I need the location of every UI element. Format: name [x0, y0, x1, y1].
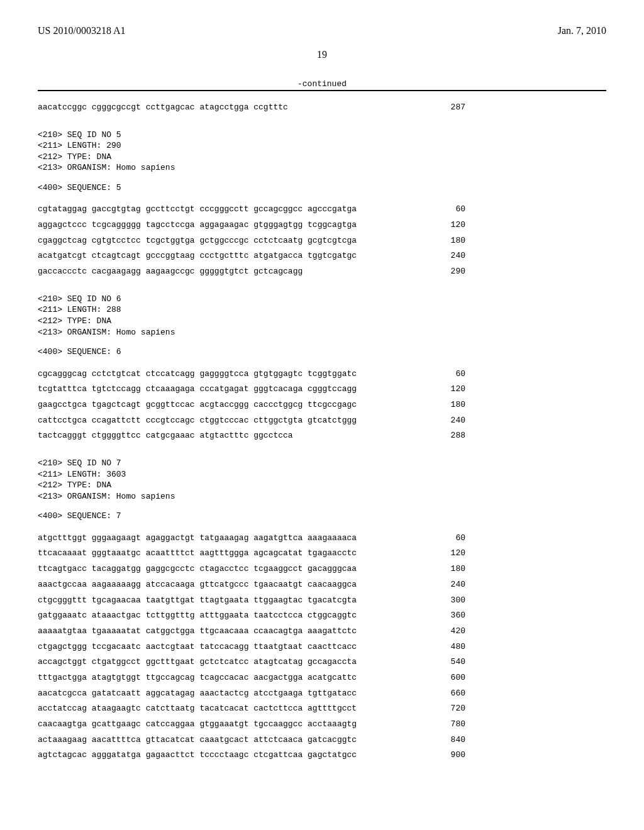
sequence-line: cgaggctcag cgtgtcctcc tcgctggtga gctggcc…: [38, 233, 465, 249]
sequence-line: ttcacaaaat gggtaaatgc acaattttct aagtttg…: [38, 546, 465, 562]
sequence-line: ctgcgggttt tgcagaacaa taatgttgat ttagtga…: [38, 593, 465, 609]
sequence-header-line: <210> SEQ ID NO 5: [38, 130, 606, 141]
sequence-header-line: <210> SEQ ID NO 7: [38, 458, 606, 469]
sequence-line: accagctggt ctgatggcct ggctttgaat gctctca…: [38, 655, 465, 670]
sequence-header-block: <400> SEQUENCE: 7: [38, 511, 606, 522]
sequence-block: aacatccggc cgggcgccgt ccttgagcac atagcct…: [38, 100, 606, 116]
sequence-line: cgtataggag gaccgtgtag gccttcctgt cccgggc…: [38, 202, 465, 218]
sequence-header-line: <210> SEQ ID NO 6: [38, 294, 606, 305]
sequence-position: 420: [432, 624, 465, 639]
sequence-line: ttcagtgacc tacaggatgg gaggcgcctc ctagacc…: [38, 562, 465, 577]
sequence-line: cattcctgca ccagattctt cccgtccagc ctggtcc…: [38, 413, 465, 429]
sequence-text: cattcctgca ccagattctt cccgtccagc ctggtcc…: [38, 413, 357, 429]
sequence-line: aacatcgcca gatatcaatt aggcatagag aaactac…: [38, 686, 465, 702]
sequence-text: tttgactgga atagtgtggt ttgccagcag tcagcca…: [38, 670, 357, 686]
sequence-position: 60: [436, 367, 465, 382]
sequence-position: 780: [432, 717, 465, 733]
sequence-position: 180: [432, 397, 465, 413]
sequence-header-line: <400> SEQUENCE: 5: [38, 182, 606, 194]
sequence-line: acatgatcgt ctcagtcagt gcccggtaag ccctgct…: [38, 248, 465, 264]
sequence-line: aaactgccaa aagaaaaagg atccacaaga gttcatg…: [38, 577, 465, 593]
sequence-line: ctgagctggg tccgacaatc aactcgtaat tatccac…: [38, 639, 465, 655]
sequence-position: 300: [432, 593, 465, 609]
sequence-position: 180: [432, 233, 465, 249]
sequence-position: 540: [432, 655, 465, 670]
sequence-line: gaccaccctc cacgaagagg aagaagccgc gggggtg…: [38, 264, 465, 280]
sequence-text: atgctttggt gggaagaagt agaggactgt tatgaaa…: [38, 531, 357, 546]
sequence-text: cgaggctcag cgtgtcctcc tcgctggtga gctggcc…: [38, 233, 357, 249]
sequence-header-line: <213> ORGANISM: Homo sapiens: [38, 491, 606, 502]
sequence-line: atgctttggt gggaagaagt agaggactgt tatgaaa…: [38, 531, 465, 546]
publication-number: US 2010/0003218 A1: [38, 25, 126, 36]
sequence-text: ttcacaaaat gggtaaatgc acaattttct aagtttg…: [38, 546, 357, 562]
sequence-text: tcgtatttca tgtctccagg ctcaaagaga cccatga…: [38, 382, 357, 397]
sequence-header-line: <212> TYPE: DNA: [38, 152, 606, 163]
sequence-line: aacatccggc cgggcgccgt ccttgagcac atagcct…: [38, 100, 465, 116]
sequence-line: tcgtatttca tgtctccagg ctcaaagaga cccatga…: [38, 382, 465, 397]
publication-date: Jan. 7, 2010: [558, 25, 606, 36]
sequence-text: acctatccag ataagaagtc catcttaatg tacatca…: [38, 701, 357, 717]
sequence-position: 287: [432, 100, 465, 116]
sequence-position: 840: [432, 733, 465, 748]
sequence-position: 720: [432, 701, 465, 717]
sequence-position: 240: [432, 413, 465, 429]
sequence-line: agtctagcac agggatatga gagaacttct tccccta…: [38, 748, 465, 763]
sequence-line: acctatccag ataagaagtc catcttaatg tacatca…: [38, 701, 465, 717]
sequence-text: aacatccggc cgggcgccgt ccttgagcac atagcct…: [38, 100, 288, 116]
sequence-header-line: <213> ORGANISM: Homo sapiens: [38, 327, 606, 338]
sequence-header-block: <400> SEQUENCE: 6: [38, 346, 606, 358]
sequence-line: tttgactgga atagtgtggt ttgccagcag tcagcca…: [38, 670, 465, 686]
sequence-header-block: <210> SEQ ID NO 7<211> LENGTH: 3603<212>…: [38, 458, 606, 502]
sequence-block: cgtataggag gaccgtgtag gccttcctgt cccgggc…: [38, 202, 606, 279]
sequence-block: atgctttggt gggaagaagt agaggactgt tatgaaa…: [38, 531, 606, 763]
continued-label: -continued: [38, 79, 606, 89]
sequence-position: 600: [432, 670, 465, 686]
sequence-header-line: <211> LENGTH: 288: [38, 304, 606, 316]
sequence-position: 288: [432, 428, 465, 444]
sequence-header-line: <212> TYPE: DNA: [38, 316, 606, 327]
sequence-line: caacaagtga gcattgaagc catccaggaa gtggaaa…: [38, 717, 465, 733]
sequence-text: ctgcgggttt tgcagaacaa taatgttgat ttagtga…: [38, 593, 357, 609]
sequence-position: 660: [432, 686, 465, 702]
sequence-text: agtctagcac agggatatga gagaacttct tccccta…: [38, 748, 357, 763]
sequence-header-line: <213> ORGANISM: Homo sapiens: [38, 162, 606, 174]
sequence-position: 120: [432, 546, 465, 562]
sequence-block: cgcagggcag cctctgtcat ctccatcagg gaggggt…: [38, 367, 606, 444]
sequence-text: caacaagtga gcattgaagc catccaggaa gtggaaa…: [38, 717, 357, 733]
sequence-text: aacatcgcca gatatcaatt aggcatagag aaactac…: [38, 686, 357, 702]
sequence-header-block: <210> SEQ ID NO 5<211> LENGTH: 290<212> …: [38, 130, 606, 174]
page-header: US 2010/0003218 A1 Jan. 7, 2010: [38, 25, 606, 36]
sequence-text: acatgatcgt ctcagtcagt gcccggtaag ccctgct…: [38, 248, 357, 264]
sequence-position: 290: [432, 264, 465, 280]
sequence-position: 120: [432, 382, 465, 397]
sequence-header-line: <400> SEQUENCE: 7: [38, 511, 606, 522]
sequence-text: aaactgccaa aagaaaaagg atccacaaga gttcatg…: [38, 577, 357, 593]
sequence-text: ctgagctggg tccgacaatc aactcgtaat tatccac…: [38, 639, 357, 655]
sequence-position: 480: [432, 639, 465, 655]
sequence-position: 60: [436, 202, 465, 218]
sequence-line: aggagctccc tcgcaggggg tagcctccga aggagaa…: [38, 218, 465, 233]
sequence-header-line: <212> TYPE: DNA: [38, 480, 606, 491]
sequence-header-line: <211> LENGTH: 3603: [38, 469, 606, 480]
sequence-header-line: <400> SEQUENCE: 6: [38, 346, 606, 358]
sequence-header-block: <400> SEQUENCE: 5: [38, 182, 606, 194]
sequence-line: actaaagaag aacattttca gttacatcat caaatgc…: [38, 733, 465, 748]
sequence-header-line: <211> LENGTH: 290: [38, 140, 606, 152]
sequence-position: 360: [432, 608, 465, 624]
sequence-text: accagctggt ctgatggcct ggctttgaat gctctca…: [38, 655, 357, 670]
sequence-text: aggagctccc tcgcaggggg tagcctccga aggagaa…: [38, 218, 357, 233]
sequence-line: gatggaaatc ataaactgac tcttggtttg atttgga…: [38, 608, 465, 624]
sequence-line: cgcagggcag cctctgtcat ctccatcagg gaggggt…: [38, 367, 465, 382]
sequence-header-block: <210> SEQ ID NO 6<211> LENGTH: 288<212> …: [38, 294, 606, 338]
sequence-line: aaaaatgtaa tgaaaaatat catggctgga ttgcaac…: [38, 624, 465, 639]
sequence-text: tactcagggt ctggggttcc catgcgaaac atgtact…: [38, 428, 293, 444]
sequence-text: gatggaaatc ataaactgac tcttggtttg atttgga…: [38, 608, 357, 624]
sequence-text: actaaagaag aacattttca gttacatcat caaatgc…: [38, 733, 357, 748]
sequence-line: tactcagggt ctggggttcc catgcgaaac atgtact…: [38, 428, 465, 444]
sequence-line: gaagcctgca tgagctcagt gcggttccac acgtacc…: [38, 397, 465, 413]
sequence-position: 60: [436, 531, 465, 546]
sequence-position: 240: [432, 577, 465, 593]
sequence-text: cgcagggcag cctctgtcat ctccatcagg gaggggt…: [38, 367, 357, 382]
sequence-position: 900: [432, 748, 465, 763]
page-number: 19: [38, 49, 606, 60]
